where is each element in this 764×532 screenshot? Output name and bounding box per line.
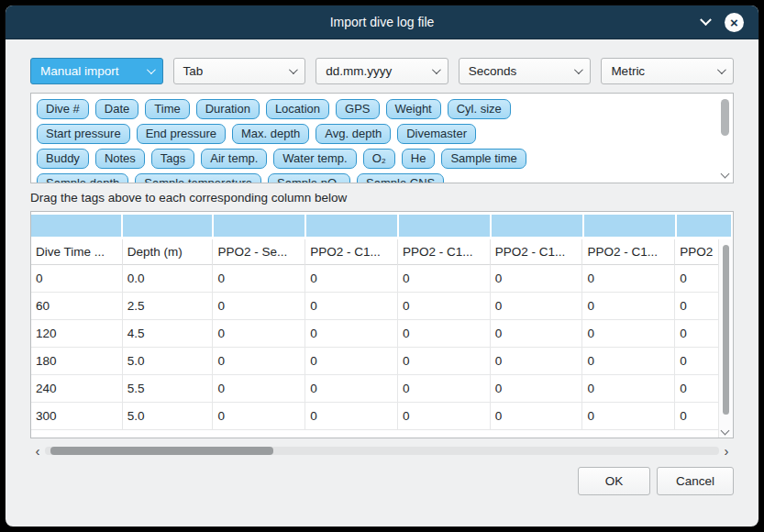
draggable-tag[interactable]: Start pressure <box>37 124 130 144</box>
draggable-tag[interactable]: Notes <box>95 149 145 169</box>
draggable-tag[interactable]: Sample CNS <box>357 173 444 183</box>
tag-pool-scrollbar[interactable] <box>719 95 731 181</box>
tag-row: BuddyNotesTagsAir temp.Water temp.O₂HeSa… <box>37 149 727 169</box>
table-cell: 180 <box>31 348 123 375</box>
draggable-tag[interactable]: Buddy <box>37 149 89 169</box>
column-drop-target[interactable] <box>123 215 214 237</box>
table-cell: 0 <box>582 348 675 375</box>
field-separator-value: Tab <box>183 64 204 78</box>
draggable-tag[interactable]: Max. depth <box>232 124 309 144</box>
scrollbar-thumb[interactable] <box>50 447 273 455</box>
scroll-down-icon[interactable] <box>721 170 730 179</box>
draggable-tag[interactable]: Cyl. size <box>448 99 511 119</box>
chevron-down-icon <box>289 65 298 74</box>
window-title: Import dive log file <box>330 15 435 29</box>
scroll-right-icon[interactable]: › <box>719 444 734 458</box>
column-drop-target[interactable] <box>31 215 123 237</box>
close-icon[interactable]: × <box>725 13 744 32</box>
import-type-combo[interactable]: Manual import <box>30 58 163 84</box>
table-cell: 300 <box>31 403 123 430</box>
draggable-tag[interactable]: Dive # <box>37 99 89 119</box>
table-cell: 0 <box>213 348 305 375</box>
table-cell: 0 <box>491 265 583 293</box>
draggable-tag[interactable]: Sample pO₂ <box>268 173 350 183</box>
table-row: 602.5000000 <box>31 293 733 320</box>
table-cell: 0 <box>213 293 305 320</box>
tag-row: Dive #DateTimeDurationLocationGPSWeightC… <box>37 99 727 119</box>
draggable-tag[interactable]: Avg. depth <box>316 124 391 144</box>
table-cell: 120 <box>31 320 123 348</box>
titlebar-controls: × <box>702 6 744 39</box>
draggable-tag[interactable]: Time <box>145 99 189 119</box>
column-header: PPO2 - C1... <box>305 239 398 265</box>
draggable-tag[interactable]: O₂ <box>363 149 395 169</box>
titlebar[interactable]: Import dive log file × <box>6 6 758 39</box>
table-cell: 0.0 <box>123 265 214 293</box>
dialog-buttons: OK Cancel <box>578 467 734 495</box>
duration-format-value: Seconds <box>469 64 517 78</box>
table-vertical-scrollbar[interactable] <box>718 239 733 438</box>
draggable-tag[interactable]: Duration <box>196 99 260 119</box>
instruction-text: Drag the tags above to each correspondin… <box>30 191 347 205</box>
chevron-down-icon <box>432 65 441 74</box>
column-drop-target[interactable] <box>306 215 399 237</box>
field-separator-combo[interactable]: Tab <box>173 58 306 84</box>
column-drop-target[interactable] <box>399 215 492 237</box>
draggable-tag[interactable]: He <box>402 149 436 169</box>
table-cell: 240 <box>31 375 123 403</box>
draggable-tag[interactable]: Tags <box>151 149 194 169</box>
table-cell: 0 <box>213 403 305 430</box>
column-header: PPO2 - C1... <box>582 239 675 265</box>
chevron-down-icon <box>147 65 156 74</box>
import-dive-log-dialog: Import dive log file × Manual import Tab… <box>6 6 758 526</box>
draggable-tag[interactable]: Sample time <box>441 149 526 169</box>
table-cell: 0 <box>213 265 305 293</box>
draggable-tag[interactable]: Divemaster <box>397 124 476 144</box>
duration-format-combo[interactable]: Seconds <box>459 58 592 84</box>
draggable-tag[interactable]: Air temp. <box>201 149 267 169</box>
cancel-button[interactable]: Cancel <box>657 467 734 495</box>
column-drop-row <box>31 215 733 237</box>
column-drop-target[interactable] <box>214 215 306 237</box>
tag-row: Start pressureEnd pressureMax. depthAvg.… <box>37 124 727 144</box>
table-cell: 0 <box>213 320 305 348</box>
draggable-tag[interactable]: Weight <box>386 99 441 119</box>
table-cell: 5.0 <box>123 348 214 375</box>
scrollbar-thumb[interactable] <box>723 245 729 415</box>
chevron-down-icon <box>717 65 726 74</box>
table-cell: 0 <box>31 265 123 293</box>
column-header: Dive Time ... <box>31 239 123 265</box>
draggable-tag[interactable]: Water temp. <box>273 149 356 169</box>
table-cell: 0 <box>305 403 398 430</box>
scrollbar-track[interactable] <box>45 447 719 455</box>
draggable-tag[interactable]: Sample temperature <box>135 173 261 183</box>
units-value: Metric <box>611 64 645 78</box>
table-cell: 0 <box>582 320 675 348</box>
tag-pool: Dive #DateTimeDurationLocationGPSWeightC… <box>30 93 734 183</box>
table-cell: 0 <box>398 320 491 348</box>
chevron-down-icon[interactable] <box>700 14 712 26</box>
column-drop-target[interactable] <box>584 215 677 237</box>
scroll-left-icon[interactable]: ‹ <box>30 444 45 458</box>
table-horizontal-scrollbar[interactable]: ‹ › <box>30 443 734 459</box>
column-drop-target[interactable] <box>677 215 733 237</box>
tag-rows: Dive #DateTimeDurationLocationGPSWeightC… <box>31 94 733 183</box>
table-cell: 0 <box>491 293 583 320</box>
table-cell: 0 <box>305 375 398 403</box>
table-cell: 0 <box>491 403 583 430</box>
column-drop-target[interactable] <box>492 215 584 237</box>
units-combo[interactable]: Metric <box>601 58 734 84</box>
table-cell: 0 <box>582 403 675 430</box>
scrollbar-thumb[interactable] <box>721 99 729 136</box>
draggable-tag[interactable]: End pressure <box>137 124 226 144</box>
date-format-combo[interactable]: dd.mm.yyyy <box>316 58 448 84</box>
draggable-tag[interactable]: GPS <box>336 99 379 119</box>
draggable-tag[interactable]: Location <box>266 99 329 119</box>
table-cell: 0 <box>398 348 491 375</box>
draggable-tag[interactable]: Sample depth <box>37 173 128 183</box>
draggable-tag[interactable]: Date <box>95 99 138 119</box>
ok-button[interactable]: OK <box>578 467 650 495</box>
table-row: 3005.0000000 <box>31 403 733 430</box>
scroll-down-icon[interactable] <box>721 427 730 436</box>
import-type-value: Manual import <box>40 64 119 78</box>
